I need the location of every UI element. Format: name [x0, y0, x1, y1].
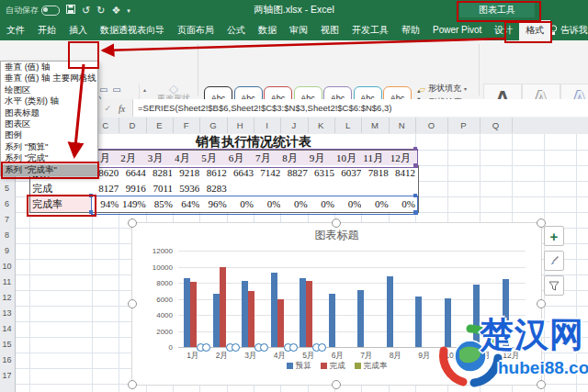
- column-header-J[interactable]: J: [280, 118, 308, 133]
- cell-label-完成率[interactable]: 完成率: [29, 196, 96, 213]
- cell-完成-4[interactable]: 5936: [173, 181, 203, 197]
- cell-完成率-8[interactable]: 0%: [280, 196, 311, 213]
- row-header-15[interactable]: 15: [0, 337, 14, 353]
- cell-完成-1[interactable]: 8127: [92, 181, 122, 197]
- cell-完成率-6[interactable]: 0%: [227, 196, 257, 213]
- bar-完成-2月[interactable]: [220, 267, 226, 347]
- insert-function-icon[interactable]: fx: [119, 104, 125, 114]
- range-handle[interactable]: [89, 194, 93, 197]
- legend-item-完成[interactable]: 完成: [321, 361, 345, 372]
- dropdown-item[interactable]: 垂直 (值) 轴 主要网格线: [1, 73, 97, 84]
- cell-完成率-11[interactable]: 0%: [361, 196, 391, 213]
- cell-完成-10[interactable]: [334, 181, 365, 197]
- column-header-O[interactable]: O: [415, 118, 448, 133]
- bar-预算-1月[interactable]: [184, 278, 190, 347]
- tab-开始[interactable]: 开始: [31, 20, 62, 40]
- cell-完成-8[interactable]: [280, 181, 311, 197]
- chart-title[interactable]: 图表标题: [132, 228, 541, 243]
- column-header-K[interactable]: K: [308, 118, 335, 133]
- chart-styles-button[interactable]: [544, 251, 564, 271]
- cell-预算-10[interactable]: 6037: [334, 165, 365, 182]
- row-header-9[interactable]: 9: [0, 243, 14, 259]
- redo-icon[interactable]: ↻: [96, 6, 105, 16]
- chart-resize-handle[interactable]: [128, 218, 137, 228]
- column-header-E[interactable]: E: [146, 118, 174, 133]
- tab-开发工具[interactable]: 开发工具: [345, 20, 395, 40]
- row-header-14[interactable]: 14: [0, 321, 14, 337]
- chart-filters-button[interactable]: [544, 275, 564, 296]
- shape-fill-button[interactable]: ▱ 形状填充 ▾: [419, 83, 474, 95]
- column-header-I[interactable]: I: [254, 118, 281, 133]
- tab-设计[interactable]: 设计: [488, 20, 519, 40]
- shapes-scroll-up-icon[interactable]: ▴: [140, 84, 150, 95]
- cell-预算-5[interactable]: 8612: [199, 165, 230, 182]
- bar-预算-5月[interactable]: [300, 278, 306, 347]
- tab-公式[interactable]: 公式: [220, 20, 252, 40]
- cell-预算-8[interactable]: 8827: [280, 165, 311, 182]
- cell-完成率-10[interactable]: 0%: [334, 196, 365, 213]
- bar-预算-9月[interactable]: [415, 297, 422, 347]
- tab-审阅[interactable]: 审阅: [283, 20, 314, 40]
- cell-完成率-7[interactable]: 0%: [254, 196, 284, 213]
- range-handle[interactable]: [89, 210, 93, 214]
- column-header-P[interactable]: P: [447, 118, 481, 133]
- column-header-N[interactable]: N: [389, 118, 416, 133]
- cell-预算-2[interactable]: 6644: [119, 165, 149, 182]
- column-header-F[interactable]: F: [173, 118, 200, 133]
- dropdown-item[interactable]: 图表区: [1, 118, 97, 129]
- chart-resize-handle[interactable]: [332, 218, 341, 228]
- cell-label-完成[interactable]: 完成: [29, 181, 96, 197]
- bar-预算-3月[interactable]: [242, 281, 248, 347]
- bar-完成-4月[interactable]: [277, 299, 284, 347]
- cell-完成率-3[interactable]: 85%: [146, 196, 176, 213]
- row-header-16[interactable]: 16: [0, 353, 14, 368]
- tab-数据透视表向导[interactable]: 数据透视表向导: [94, 20, 171, 40]
- autosave-toggle[interactable]: 自动保存: [6, 5, 60, 17]
- column-header-D[interactable]: D: [119, 118, 146, 133]
- cell-完成率-5[interactable]: 96%: [199, 196, 230, 213]
- chart-resize-handle[interactable]: [332, 380, 341, 389]
- row-header-17[interactable]: 17: [0, 368, 14, 384]
- dropdown-item[interactable]: 垂直 (值) 轴: [1, 62, 97, 73]
- legend-item-预算[interactable]: 预算: [287, 361, 311, 372]
- column-header-Q[interactable]: Q: [480, 118, 513, 133]
- chart-elements-button[interactable]: +: [544, 226, 564, 246]
- cell-预算-9[interactable]: 6315: [308, 165, 338, 182]
- dropdown-item[interactable]: 图表标题: [1, 107, 97, 118]
- row-header-13[interactable]: 13: [0, 306, 14, 321]
- cell-完成-6[interactable]: [227, 181, 257, 197]
- dropdown-item[interactable]: 图例: [1, 129, 97, 140]
- bar-完成-5月[interactable]: [306, 281, 312, 347]
- cell-完成-9[interactable]: [308, 181, 338, 197]
- cell-完成率-9[interactable]: 0%: [308, 196, 338, 213]
- bar-预算-2月[interactable]: [213, 294, 220, 347]
- undo-icon[interactable]: ↺: [82, 6, 90, 16]
- row-header-6[interactable]: 6: [0, 196, 14, 212]
- row-header-10[interactable]: 10: [0, 259, 14, 274]
- cell-预算-6[interactable]: 6643: [227, 165, 257, 182]
- chart-resize-handle[interactable]: [537, 299, 546, 308]
- row-header-5[interactable]: 5: [0, 181, 14, 196]
- range-handle[interactable]: [413, 163, 417, 167]
- row-header-12[interactable]: 12: [0, 290, 14, 306]
- cell-完成-5[interactable]: 8283: [199, 181, 230, 197]
- chart-resize-handle[interactable]: [128, 299, 137, 308]
- chart-resize-handle[interactable]: [128, 380, 137, 389]
- cell-完成-2[interactable]: 9916: [119, 181, 149, 197]
- save-icon[interactable]: [66, 5, 75, 16]
- tab-帮助[interactable]: 帮助: [395, 20, 426, 40]
- range-handle[interactable]: [413, 194, 417, 197]
- dropdown-item[interactable]: 水平 (类别) 轴: [1, 95, 97, 106]
- tab-视图[interactable]: 视图: [314, 20, 345, 40]
- bar-预算-6月[interactable]: [329, 294, 335, 347]
- column-header-M[interactable]: M: [361, 118, 389, 133]
- row-header-11[interactable]: 11: [0, 274, 14, 290]
- cell-预算-7[interactable]: 7142: [254, 165, 284, 182]
- cell-完成率-2[interactable]: 149%: [119, 196, 149, 213]
- cell-完成-3[interactable]: 7011: [146, 181, 176, 197]
- column-header-G[interactable]: G: [199, 118, 227, 133]
- formula-input[interactable]: =SERIES(Sheet2!$B$6,Sheet2!$C$3:$N$3,She…: [132, 99, 588, 117]
- autosave-pill[interactable]: [41, 6, 60, 16]
- cell-预算-12[interactable]: 8412: [389, 165, 419, 182]
- bar-预算-7月[interactable]: [357, 290, 364, 347]
